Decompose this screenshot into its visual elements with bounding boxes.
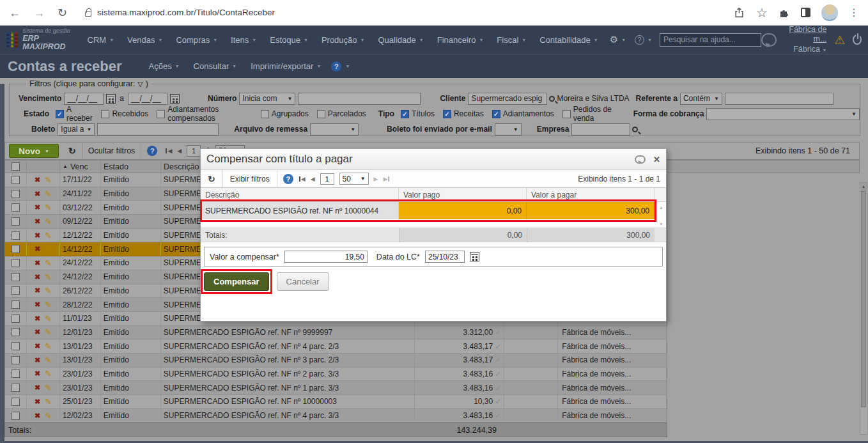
first-page-icon[interactable]: ◀ [166, 148, 172, 154]
vencimento-from-input[interactable]: __/__/__ [64, 93, 104, 105]
row-checkbox[interactable] [12, 176, 20, 184]
first-page-icon[interactable]: ◀ [299, 176, 306, 182]
tipo-checkbox[interactable] [401, 110, 409, 118]
edit-icon[interactable]: ✎ [45, 369, 52, 378]
row-checkbox[interactable] [12, 315, 20, 323]
vencimento-to-input[interactable]: __/__/__ [128, 93, 167, 105]
edit-icon[interactable]: ✎ [45, 273, 52, 281]
edit-icon[interactable]: ✎ [45, 384, 52, 392]
edit-icon[interactable]: ✎ [45, 245, 52, 253]
scroll-down-icon[interactable]: ▼ [659, 222, 663, 226]
account-unit-select[interactable]: Fábrica ▼ [784, 45, 827, 55]
exibir-filtros-button[interactable]: Exibir filtros [230, 175, 270, 183]
delete-icon[interactable]: ✖ [35, 245, 40, 253]
account-link[interactable]: Fábrica de m... [784, 25, 827, 45]
scroll-up-icon[interactable]: ▲ [860, 183, 867, 190]
numero-input[interactable] [298, 93, 421, 105]
tipo-option[interactable]: Adiantamentos [492, 109, 554, 118]
edit-icon[interactable]: ✎ [45, 356, 52, 364]
delete-icon[interactable]: ✖ [35, 287, 40, 294]
extensions-puzzle-icon[interactable] [779, 7, 790, 19]
estado-option[interactable]: A receber [56, 105, 93, 123]
share-icon[interactable] [733, 6, 745, 19]
boleto-operator-select[interactable]: Igual a▼ [58, 123, 95, 136]
table-row[interactable]: ✖✎13/01/23EmitidoSUPERMERCADO ESPIGÃO re… [5, 354, 667, 368]
row-checkbox[interactable] [12, 328, 20, 336]
tipo-checkbox[interactable] [492, 110, 500, 118]
boleto-email-select[interactable]: ▼ [495, 123, 522, 136]
chat-bubble-icon[interactable] [761, 33, 776, 47]
row-checkbox[interactable] [12, 245, 20, 253]
nav-menu-vendas[interactable]: Vendas▼ [127, 35, 162, 45]
search-icon[interactable] [632, 127, 638, 132]
estado-option[interactable]: Adiantamentos compensados [157, 105, 252, 123]
edit-icon[interactable]: ✎ [45, 328, 52, 336]
current-page-box[interactable]: 1 [320, 173, 334, 185]
edit-icon[interactable]: ✎ [45, 176, 52, 184]
delete-icon[interactable]: ✖ [35, 301, 40, 308]
estado-option[interactable]: Recebidos [101, 109, 148, 118]
row-checkbox[interactable] [12, 217, 20, 226]
row-checkbox[interactable] [12, 356, 20, 364]
delete-icon[interactable]: ✖ [35, 176, 40, 183]
current-page-box[interactable]: 1 [187, 145, 201, 157]
calendar-icon[interactable] [170, 94, 180, 104]
estado-checkbox[interactable] [261, 110, 269, 118]
delete-icon[interactable]: ✖ [35, 384, 40, 391]
estado-checkbox[interactable] [317, 110, 325, 118]
delete-icon[interactable]: ✖ [35, 315, 40, 322]
row-checkbox[interactable] [12, 412, 20, 420]
nav-menu-produção[interactable]: Produção▼ [322, 35, 365, 45]
help-search-input[interactable]: Pesquisar na ajuda... [660, 33, 761, 47]
row-checkbox[interactable] [12, 384, 20, 392]
estado-header[interactable]: Estado [101, 160, 161, 173]
filters-legend[interactable]: Filtros (clique para configurar: ▽ ) [26, 79, 151, 88]
logout-power-icon[interactable] [853, 35, 862, 45]
row-checkbox[interactable] [12, 203, 20, 212]
delete-icon[interactable]: ✖ [35, 218, 40, 225]
url-text[interactable]: sistema.maxiprod.com.br/Titulo/ContaRece… [97, 8, 275, 17]
estado-option[interactable]: Parcelados [317, 109, 366, 118]
tipo-checkbox[interactable] [443, 110, 451, 118]
vertical-scrollbar[interactable]: ▲ [860, 182, 867, 435]
table-row[interactable]: ✖✎13/01/23EmitidoSUPERMERCADO ESPIGÃO re… [5, 339, 667, 354]
empresa-input[interactable] [571, 123, 630, 136]
table-row[interactable]: ✖✎12/01/23EmitidoSUPERMERCADO ESPIGÃO re… [5, 326, 667, 340]
nav-menu-compras[interactable]: Compras▼ [176, 35, 217, 45]
edit-icon[interactable]: ✎ [45, 286, 52, 295]
valor-a-pagar-header[interactable]: Valor a pagar [527, 188, 655, 201]
novo-button[interactable]: Novo▼ [9, 144, 59, 158]
delete-icon[interactable]: ✖ [35, 343, 40, 350]
delete-icon[interactable]: ✖ [35, 329, 40, 336]
help-icon[interactable]: ? [283, 174, 293, 184]
close-icon[interactable]: ✕ [653, 155, 660, 164]
chat-bubble-icon[interactable] [635, 155, 646, 164]
select-all-checkbox[interactable] [12, 162, 20, 171]
nav-menu-financeiro[interactable]: Financeiro▼ [437, 35, 484, 45]
numero-operator-select[interactable]: Inicia com▼ [239, 93, 295, 105]
prev-page-icon[interactable]: ◀ [311, 176, 315, 182]
address-bar[interactable]: sistema.maxiprod.com.br/Titulo/ContaRece… [85, 8, 720, 17]
row-checkbox[interactable] [12, 369, 20, 378]
delete-icon[interactable]: ✖ [35, 260, 40, 267]
edit-icon[interactable]: ✎ [45, 398, 52, 406]
help-menu[interactable]: ?▼ [635, 35, 652, 45]
forward-icon[interactable]: → [33, 7, 45, 19]
row-checkbox[interactable] [12, 190, 20, 198]
profile-avatar[interactable] [821, 4, 838, 21]
cliente-input[interactable]: Supermercado espig [468, 93, 547, 105]
valor-pago-header[interactable]: Valor pago [399, 188, 527, 201]
page-menu-consultar[interactable]: Consultar▼ [194, 61, 237, 71]
edit-icon[interactable]: ✎ [45, 412, 52, 420]
warning-icon[interactable]: ⚠ [834, 34, 845, 46]
table-row[interactable]: ✖✎25/01/23EmitidoSUPERMERCADO ESPIGÃO re… [5, 395, 667, 409]
delete-icon[interactable]: ✖ [35, 190, 40, 198]
tipo-option[interactable]: Títulos [401, 109, 435, 118]
reload-icon[interactable]: ↻ [58, 7, 67, 19]
side-panel-icon[interactable] [801, 8, 810, 17]
referente-input[interactable] [725, 93, 833, 105]
estado-checkbox[interactable] [101, 110, 109, 118]
delete-icon[interactable]: ✖ [35, 274, 40, 281]
edit-icon[interactable]: ✎ [45, 300, 52, 309]
row-checkbox[interactable] [12, 342, 20, 350]
